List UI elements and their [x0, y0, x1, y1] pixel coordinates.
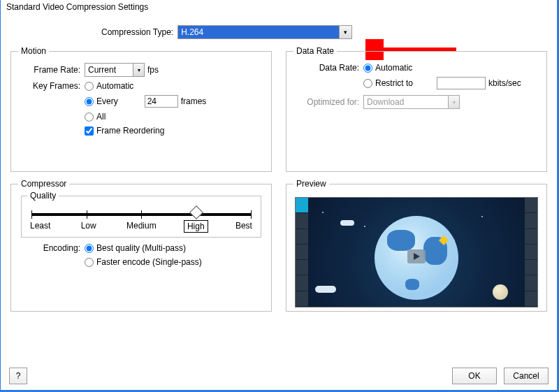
- encoding-best-quality-radio[interactable]: Best quality (Multi-pass): [85, 243, 186, 253]
- compressor-legend: Compressor: [18, 179, 69, 189]
- play-icon[interactable]: [407, 249, 426, 263]
- help-button[interactable]: ?: [9, 368, 27, 384]
- data-rate-restrict-value[interactable]: [437, 77, 486, 89]
- encoding-faster-input[interactable]: [85, 258, 94, 267]
- optimized-for-combo[interactable]: Download ▾: [363, 95, 460, 109]
- quality-slider[interactable]: [31, 213, 251, 216]
- motion-group: Motion Frame Rate: Current ▾ fps Key Fra…: [10, 46, 272, 172]
- quality-tick-best: Best: [233, 220, 255, 233]
- compression-type-combo[interactable]: H.264 ▾: [177, 25, 352, 39]
- preview-legend: Preview: [293, 179, 329, 189]
- dialog-content: Compression Type: H.264 ▾ Motion Frame R…: [1, 17, 557, 390]
- compression-type-value: H.264: [178, 26, 339, 38]
- preview-frame: [308, 198, 525, 307]
- quality-box: Quality Least Low Medium High: [21, 196, 261, 238]
- data-rate-automatic-input[interactable]: [363, 64, 372, 73]
- motion-legend: Motion: [18, 46, 49, 56]
- keyframes-automatic-radio[interactable]: Automatic: [85, 81, 133, 91]
- optimized-for-value: Download: [364, 96, 448, 108]
- data-rate-label: Data Rate:: [293, 63, 363, 73]
- keyframes-all-input[interactable]: [85, 112, 94, 122]
- video-compression-dialog: Standard Video Compression Settings Comp…: [0, 0, 559, 392]
- keyframes-every-value[interactable]: [145, 95, 178, 108]
- frame-rate-unit: fps: [147, 65, 159, 75]
- moon-icon: [493, 284, 508, 300]
- quality-tick-least: Least: [27, 220, 53, 233]
- data-rate-unit: kbits/sec: [488, 78, 521, 88]
- encoding-faster-radio[interactable]: Faster encode (Single-pass): [85, 257, 202, 267]
- chevron-down-icon[interactable]: ▾: [448, 96, 459, 108]
- compressor-group: Compressor Quality Least Low Medi: [10, 179, 272, 312]
- encoding-best-quality-input[interactable]: [85, 244, 94, 253]
- frame-rate-label: Frame Rate:: [18, 65, 85, 75]
- key-frames-label: Key Frames:: [18, 81, 85, 91]
- ok-button[interactable]: OK: [452, 368, 497, 384]
- compression-type-row: Compression Type: H.264 ▾: [10, 25, 547, 39]
- dialog-footer: ? OK Cancel: [9, 368, 549, 384]
- keyframes-every-unit: frames: [181, 96, 207, 106]
- quality-tick-medium: Medium: [124, 220, 159, 233]
- data-rate-restrict-radio[interactable]: Restrict to: [363, 78, 413, 88]
- encoding-label: Encoding:: [18, 243, 85, 253]
- chevron-down-icon[interactable]: ▾: [133, 64, 144, 76]
- data-rate-legend: Data Rate: [293, 46, 337, 56]
- keyframes-every-input[interactable]: [85, 97, 94, 106]
- frame-rate-value: Current: [85, 64, 133, 76]
- frame-rate-combo[interactable]: Current ▾: [85, 63, 145, 77]
- quality-slider-thumb[interactable]: [189, 205, 203, 219]
- data-rate-group: Data Rate Data Rate: Automatic Restrict …: [286, 46, 547, 172]
- quality-tick-high: High: [184, 220, 208, 233]
- quality-slider-labels: Least Low Medium High Best: [27, 220, 255, 233]
- data-rate-automatic-radio[interactable]: Automatic: [363, 63, 412, 73]
- preview-video[interactable]: [295, 197, 538, 307]
- window-title: Standard Video Compression Settings: [6, 2, 148, 12]
- compression-type-label: Compression Type:: [101, 27, 173, 37]
- cancel-button[interactable]: Cancel: [504, 368, 549, 384]
- quality-legend: Quality: [27, 191, 59, 201]
- quality-tick-low: Low: [78, 220, 99, 233]
- data-rate-restrict-input[interactable]: [363, 79, 372, 88]
- title-bar: Standard Video Compression Settings: [1, 0, 557, 17]
- preview-right-toolbar: [525, 198, 537, 307]
- keyframes-automatic-input[interactable]: [85, 82, 94, 91]
- keyframes-every-radio[interactable]: Every: [85, 96, 118, 106]
- frame-reordering-input[interactable]: [85, 126, 94, 136]
- chevron-down-icon[interactable]: ▾: [339, 26, 351, 38]
- optimized-for-label: Optimized for:: [293, 97, 363, 107]
- frame-reordering-checkbox[interactable]: Frame Reordering: [85, 126, 164, 136]
- preview-left-toolbar: [296, 198, 308, 307]
- keyframes-all-radio[interactable]: All: [85, 112, 106, 122]
- preview-group: Preview: [286, 179, 547, 312]
